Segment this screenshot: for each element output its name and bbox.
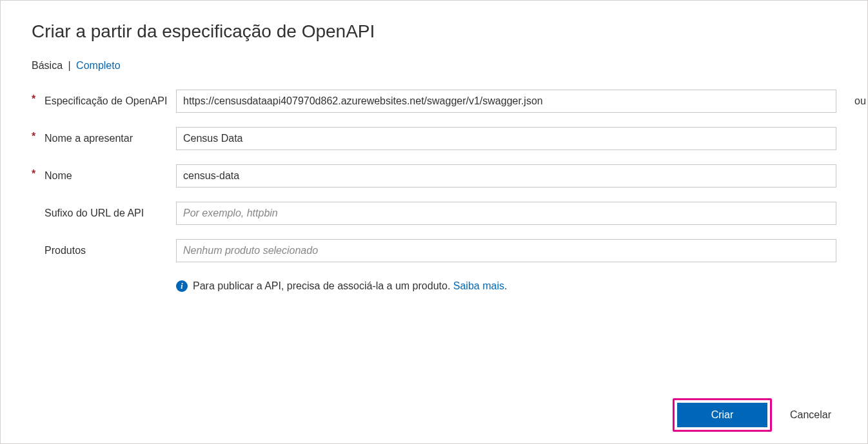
label-text-openapi-spec: Especificação de OpenAPI: [44, 93, 167, 109]
cancel-button[interactable]: Cancelar: [785, 403, 836, 427]
row-products: Produtos: [32, 239, 836, 262]
tab-separator: |: [68, 60, 70, 71]
create-button[interactable]: Criar: [677, 403, 767, 427]
display-name-input[interactable]: [176, 127, 836, 150]
info-icon: i: [176, 280, 188, 292]
row-url-suffix: Sufixo do URL de API: [32, 202, 836, 225]
create-api-dialog: Criar a partir da especificação de OpenA…: [0, 0, 868, 444]
control-products: [176, 239, 836, 262]
dialog-footer: Criar Cancelar: [673, 398, 836, 432]
name-input[interactable]: [176, 164, 836, 188]
control-display-name: [176, 127, 836, 150]
row-info: i Para publicar a API, precisa de associ…: [32, 276, 836, 292]
required-marker: *: [32, 168, 44, 180]
control-openapi-spec: ou Selecionar um ficheiro: [176, 90, 836, 113]
label-products: Produtos: [32, 239, 176, 258]
label-text-url-suffix: Sufixo do URL de API: [44, 206, 144, 221]
openapi-spec-input[interactable]: [176, 90, 836, 113]
control-info: i Para publicar a API, precisa de associ…: [176, 276, 836, 292]
row-openapi-spec: * Especificação de OpenAPI ou Selecionar…: [32, 90, 836, 113]
required-marker: *: [32, 131, 44, 142]
label-text-name: Nome: [44, 168, 72, 184]
control-url-suffix: [176, 202, 836, 225]
row-display-name: * Nome a apresentar: [32, 127, 836, 150]
label-openapi-spec: * Especificação de OpenAPI: [32, 90, 176, 109]
view-tabs: Básica | Completo: [32, 60, 836, 72]
info-text-wrap: Para publicar a API, precisa de associá-…: [193, 280, 507, 292]
info-link[interactable]: Saiba mais: [453, 280, 504, 291]
info-message: i Para publicar a API, precisa de associ…: [176, 280, 507, 292]
label-info-spacer: [32, 276, 176, 280]
or-text: ou: [854, 95, 866, 107]
info-dot: .: [504, 280, 507, 291]
info-text: Para publicar a API, precisa de associá-…: [193, 280, 453, 291]
products-input[interactable]: [176, 239, 836, 262]
tab-complete[interactable]: Completo: [76, 60, 120, 71]
row-name: * Nome: [32, 164, 836, 188]
label-name: * Nome: [32, 164, 176, 184]
label-url-suffix: Sufixo do URL de API: [32, 202, 176, 221]
create-button-highlight: Criar: [673, 398, 772, 432]
label-text-products: Produtos: [44, 243, 86, 258]
dialog-title: Criar a partir da especificação de OpenA…: [32, 21, 836, 42]
label-text-display-name: Nome a apresentar: [44, 131, 133, 146]
label-display-name: * Nome a apresentar: [32, 127, 176, 146]
control-name: [176, 164, 836, 188]
tab-basic[interactable]: Básica: [32, 60, 63, 71]
required-marker: *: [32, 93, 44, 105]
url-suffix-input[interactable]: [176, 202, 836, 225]
